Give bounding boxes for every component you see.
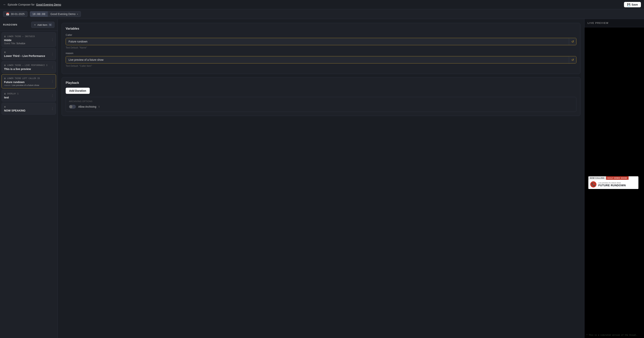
time-show-pill[interactable]: 18:00:00 Good Evening Demo ▾ bbox=[30, 11, 81, 17]
card-title: Future rundown bbox=[4, 81, 54, 84]
trash-icon[interactable]: 🗑 bbox=[4, 51, 6, 53]
preview-card-body: 📞 Live preview of a future show FUTURE R… bbox=[588, 180, 638, 189]
card-tag: 🗑 bbox=[4, 51, 6, 53]
caller-subtitle: Live preview of a future show bbox=[598, 182, 626, 184]
preview-area: NOW CALLING DAILY DEMO SHOW 📞 Live previ… bbox=[584, 27, 644, 338]
phone-icon: 📞 bbox=[592, 183, 595, 186]
trash-icon[interactable]: 🗑 bbox=[4, 35, 6, 37]
show-select[interactable]: Good Evening Demo ▾ bbox=[48, 11, 81, 17]
caller-hint: Text Default: "Name" bbox=[66, 46, 576, 49]
rundown-list: 🗑 LOWER THIRD – INSTUDIO Hidde Guest Tit… bbox=[0, 31, 58, 338]
card-options-icon[interactable]: ⋮ bbox=[51, 80, 54, 83]
preview-panel: LIVE PREVIEW NOW CALLING DAILY DEMO SHOW… bbox=[584, 19, 644, 338]
plus-icon: ＋ bbox=[34, 23, 36, 26]
calendar-icon: 📅 bbox=[6, 12, 9, 15]
rundown-card[interactable]: 🗑 OVERLAY 1 test ⋮ bbox=[2, 90, 56, 102]
now-calling-badge: NOW CALLING bbox=[588, 176, 606, 180]
rundown-panel: RUNDOWN ＋ Add Item N 🗑 LOWER THIRD – INS… bbox=[0, 19, 58, 338]
info-icon[interactable]: ℹ bbox=[98, 105, 100, 108]
rundown-title: RUNDOWN bbox=[3, 23, 18, 26]
card-reason: reason: Live preview of a future show bbox=[4, 84, 54, 86]
shortcut-key: N bbox=[48, 23, 52, 26]
allow-archiving-toggle[interactable] bbox=[69, 105, 76, 109]
playback-title: Playback bbox=[66, 81, 576, 85]
rundown-card[interactable]: 🗑 LOWER THIRD – LIVE PERFORMANCE 3 This … bbox=[2, 61, 56, 73]
reason-hint: Text Default: "Caller Item" bbox=[66, 65, 576, 67]
card-options-icon[interactable]: ⋮ bbox=[51, 65, 54, 69]
caller-refresh-button[interactable]: ↺ bbox=[569, 38, 576, 45]
card-tag: 🗑 bbox=[4, 106, 6, 108]
toggle-knob bbox=[69, 105, 72, 108]
top-bar-left: ← Episode Composer for Good Evening Demo bbox=[3, 3, 61, 6]
preview-card-header: NOW CALLING DAILY DEMO SHOW bbox=[588, 176, 638, 180]
card-title: Lower Third – Live Performance bbox=[4, 54, 54, 57]
variables-title: Variables bbox=[66, 27, 576, 30]
chevron-down-icon: ▾ bbox=[77, 13, 78, 15]
reason-label: reason bbox=[66, 52, 576, 55]
preview-header: LIVE PREVIEW bbox=[584, 19, 644, 27]
card-options-icon[interactable]: ⋮ bbox=[51, 38, 54, 41]
add-duration-button[interactable]: Add Duration bbox=[66, 88, 90, 94]
center-panel: Variables Caller ↺ Text Default: "Name" … bbox=[58, 19, 584, 338]
caller-name: FUTURE RUNDOWN bbox=[598, 184, 626, 187]
playback-section: Playback Add Duration Archiving Options … bbox=[62, 77, 580, 116]
archiving-options: Archiving Options Allow Archiving ℹ bbox=[66, 97, 576, 112]
add-item-button[interactable]: ＋ Add Item N bbox=[31, 22, 54, 28]
card-options-icon[interactable]: ⋮ bbox=[51, 107, 54, 111]
reason-input-row: ↺ bbox=[66, 56, 576, 63]
archiving-label: Archiving Options bbox=[69, 100, 573, 103]
trash-icon[interactable]: 🗑 bbox=[4, 106, 6, 108]
show-name-link[interactable]: Good Evening Demo bbox=[36, 3, 61, 6]
main-layout: RUNDOWN ＋ Add Item N 🗑 LOWER THIRD – INS… bbox=[0, 19, 644, 338]
caller-input-row: ↺ bbox=[66, 38, 576, 45]
card-subtitle: Guest Title: Schultze bbox=[4, 42, 54, 45]
reason-input[interactable] bbox=[66, 56, 569, 63]
caller-input[interactable] bbox=[66, 38, 569, 45]
rundown-header: RUNDOWN ＋ Add Item N bbox=[0, 19, 58, 31]
card-title: NOW SPEAKING bbox=[4, 109, 54, 112]
card-tag: 🗑 LOWER THIRD – LIVE PERFORMANCE 3 bbox=[4, 64, 48, 66]
preview-card: NOW CALLING DAILY DEMO SHOW 📞 Live previ… bbox=[588, 176, 638, 189]
date-pill[interactable]: 📅 30-01-2025 bbox=[3, 11, 28, 17]
save-button[interactable]: 💾 Save bbox=[624, 2, 641, 7]
trash-icon[interactable]: 🗑 bbox=[4, 93, 6, 95]
reason-refresh-button[interactable]: ↺ bbox=[569, 56, 576, 63]
save-icon: 💾 bbox=[627, 3, 630, 6]
card-title: test bbox=[4, 96, 54, 99]
episode-label: Episode Composer for bbox=[8, 3, 34, 6]
rundown-card[interactable]: 🗑 NOW SPEAKING ⋮ bbox=[2, 103, 56, 115]
caller-icon: 📞 bbox=[590, 181, 596, 187]
card-options-icon[interactable]: ⋮ bbox=[51, 94, 54, 97]
trash-icon[interactable]: 🗑 bbox=[4, 64, 6, 66]
rundown-card[interactable]: 🗑 LOWER THIRD – INSTUDIO Hidde Guest Tit… bbox=[2, 32, 56, 47]
allow-archiving-label: Allow Archiving bbox=[78, 105, 96, 108]
daily-demo-badge: DAILY DEMO SHOW bbox=[606, 176, 628, 180]
time-badge: 18:00:00 bbox=[30, 11, 48, 17]
trash-icon[interactable]: 🗑 bbox=[4, 77, 6, 79]
date-bar: 📅 30-01-2025 18:00:00 Good Evening Demo … bbox=[0, 9, 644, 19]
back-icon[interactable]: ← bbox=[3, 3, 6, 6]
card-tag: 🗑 LOWER THIRD LEFT CALLER ID bbox=[4, 77, 40, 79]
card-options-icon[interactable]: ⋮ bbox=[51, 52, 54, 56]
rundown-card[interactable]: 🗑 Lower Third – Live Performance ⋮ bbox=[2, 48, 56, 60]
allow-archiving-row: Allow Archiving ℹ bbox=[69, 105, 573, 109]
variables-section: Variables Caller ↺ Text Default: "Name" … bbox=[62, 23, 580, 74]
rundown-card-selected[interactable]: 🗑 LOWER THIRD LEFT CALLER ID Future rund… bbox=[2, 74, 56, 88]
date-value: 30-01-2025 bbox=[11, 12, 25, 15]
top-bar: ← Episode Composer for Good Evening Demo… bbox=[0, 0, 644, 9]
caller-label: Caller bbox=[66, 33, 576, 36]
simulated-note: * This is a simulated version of the Vis… bbox=[586, 334, 638, 336]
card-tag: 🗑 LOWER THIRD – INSTUDIO bbox=[4, 35, 35, 37]
caller-info: Live preview of a future show FUTURE RUN… bbox=[598, 182, 626, 187]
card-tag: 🗑 OVERLAY 1 bbox=[4, 93, 18, 95]
card-title: Hidde bbox=[4, 39, 54, 42]
card-title: This is a live preview bbox=[4, 67, 54, 71]
